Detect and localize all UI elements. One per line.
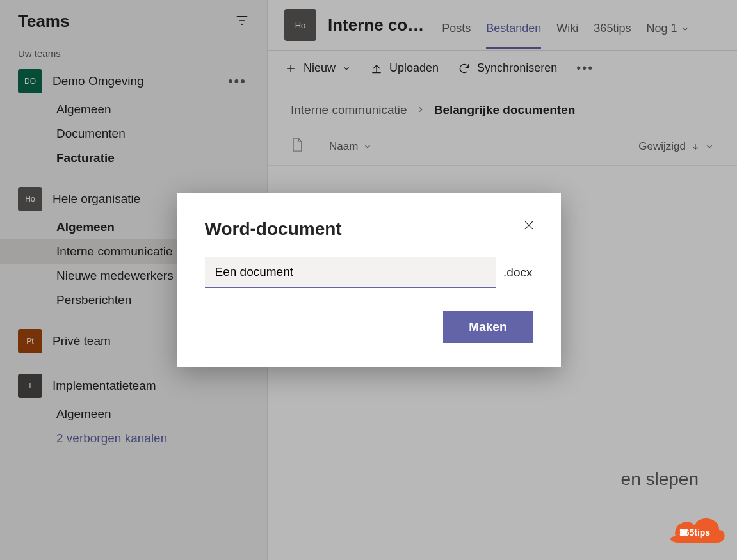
new-document-dialog: Word-document .docx Maken xyxy=(177,193,561,367)
filename-input[interactable] xyxy=(205,257,496,288)
close-icon xyxy=(522,219,535,232)
watermark-badge: 365tips xyxy=(663,508,727,550)
svg-rect-0 xyxy=(680,529,687,536)
modal-overlay[interactable]: Word-document .docx Maken xyxy=(0,0,737,560)
close-button[interactable] xyxy=(522,219,535,234)
dialog-title: Word-document xyxy=(205,219,533,239)
file-extension-label: .docx xyxy=(503,266,532,280)
create-button[interactable]: Maken xyxy=(443,311,532,343)
